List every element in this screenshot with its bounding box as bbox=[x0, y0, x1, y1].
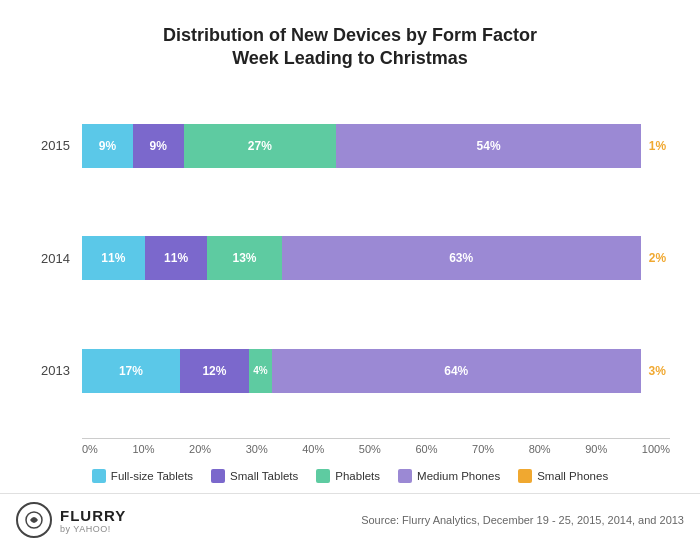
bar-segment-small-phones: 2% bbox=[641, 236, 670, 280]
bar-track: 9%9%27%54%1% bbox=[82, 124, 670, 168]
bar-segment-fullSizeTablets: 9% bbox=[82, 124, 133, 168]
bar-segment-fullSizeTablets: 17% bbox=[82, 349, 180, 393]
x-tick: 80% bbox=[529, 443, 551, 455]
bar-track: 11%11%13%63%2% bbox=[82, 236, 670, 280]
x-tick: 100% bbox=[642, 443, 670, 455]
x-tick: 60% bbox=[415, 443, 437, 455]
x-axis: 0%10%20%30%40%50%60%70%80%90%100% bbox=[82, 438, 670, 455]
x-axis-area: 0%10%20%30%40%50%60%70%80%90%100% bbox=[82, 438, 670, 455]
flurry-logo-icon bbox=[16, 502, 52, 538]
legend-label: Full-size Tablets bbox=[111, 470, 193, 482]
flurry-logo: FLURRY by YAHOO! bbox=[16, 502, 126, 538]
legend-item-smallTablets: Small Tablets bbox=[211, 469, 298, 483]
legend-label: Small Phones bbox=[537, 470, 608, 482]
legend: Full-size TabletsSmall TabletsPhabletsMe… bbox=[30, 469, 670, 483]
bar-row-2013: 201317%12%4%64%3% bbox=[30, 349, 670, 393]
bar-track: 17%12%4%64%3% bbox=[82, 349, 670, 393]
legend-color-swatch bbox=[398, 469, 412, 483]
bar-segment-mediumPhones: 54% bbox=[336, 124, 641, 168]
x-tick: 20% bbox=[189, 443, 211, 455]
legend-color-swatch bbox=[211, 469, 225, 483]
x-tick: 70% bbox=[472, 443, 494, 455]
bar-year-label: 2014 bbox=[30, 251, 70, 266]
flurry-brand-sub: by YAHOO! bbox=[60, 524, 126, 534]
bar-segment-mediumPhones: 63% bbox=[282, 236, 641, 280]
bar-segment-mediumPhones: 64% bbox=[272, 349, 641, 393]
x-tick: 90% bbox=[585, 443, 607, 455]
bar-segment-phablets: 13% bbox=[207, 236, 281, 280]
bar-segment-phablets: 4% bbox=[249, 349, 272, 393]
bar-year-label: 2013 bbox=[30, 363, 70, 378]
legend-label: Medium Phones bbox=[417, 470, 500, 482]
bar-segment-smallTablets: 11% bbox=[145, 236, 208, 280]
x-tick: 40% bbox=[302, 443, 324, 455]
bar-segment-smallTablets: 9% bbox=[133, 124, 184, 168]
bar-year-label: 2015 bbox=[30, 138, 70, 153]
bar-segment-smallTablets: 12% bbox=[180, 349, 249, 393]
x-tick: 30% bbox=[246, 443, 268, 455]
legend-item-smallPhones: Small Phones bbox=[518, 469, 608, 483]
legend-item-fullSizeTablets: Full-size Tablets bbox=[92, 469, 193, 483]
legend-label: Small Tablets bbox=[230, 470, 298, 482]
legend-item-mediumPhones: Medium Phones bbox=[398, 469, 500, 483]
bar-row-2015: 20159%9%27%54%1% bbox=[30, 124, 670, 168]
bar-segment-fullSizeTablets: 11% bbox=[82, 236, 145, 280]
legend-color-swatch bbox=[518, 469, 532, 483]
chart-title: Distribution of New Devices by Form Fact… bbox=[30, 24, 670, 71]
x-tick: 50% bbox=[359, 443, 381, 455]
chart-container: Distribution of New Devices by Form Fact… bbox=[0, 0, 700, 493]
legend-color-swatch bbox=[92, 469, 106, 483]
chart-area: 20159%9%27%54%1%201411%11%13%63%2%201317… bbox=[30, 95, 670, 432]
bar-row-2014: 201411%11%13%63%2% bbox=[30, 236, 670, 280]
legend-label: Phablets bbox=[335, 470, 380, 482]
legend-color-swatch bbox=[316, 469, 330, 483]
flurry-brand-name: FLURRY bbox=[60, 507, 126, 524]
flurry-text: FLURRY by YAHOO! bbox=[60, 507, 126, 534]
bar-segment-small-phones: 1% bbox=[641, 124, 670, 168]
bar-segment-small-phones: 3% bbox=[641, 349, 670, 393]
legend-item-phablets: Phablets bbox=[316, 469, 380, 483]
x-tick: 10% bbox=[132, 443, 154, 455]
footer: FLURRY by YAHOO! Source: Flurry Analytic… bbox=[0, 493, 700, 548]
x-tick: 0% bbox=[82, 443, 98, 455]
source-text: Source: Flurry Analytics, December 19 - … bbox=[361, 514, 684, 526]
bar-segment-phablets: 27% bbox=[184, 124, 336, 168]
